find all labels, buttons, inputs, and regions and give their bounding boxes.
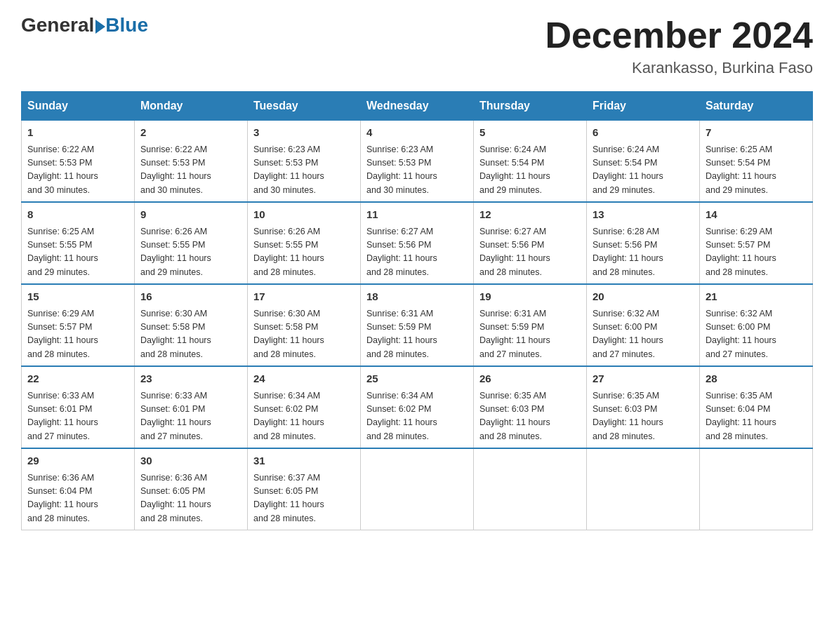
day-number: 6: [593, 125, 694, 141]
table-row: 11 Sunrise: 6:27 AM Sunset: 5:56 PM Dayl…: [361, 202, 474, 284]
day-number: 14: [706, 207, 807, 223]
table-row: 3 Sunrise: 6:23 AM Sunset: 5:53 PM Dayli…: [248, 120, 361, 202]
table-row: [587, 448, 700, 530]
day-info: Sunrise: 6:29 AM Sunset: 5:57 PM Dayligh…: [27, 307, 128, 362]
table-row: 7 Sunrise: 6:25 AM Sunset: 5:54 PM Dayli…: [700, 120, 813, 202]
day-number: 9: [140, 207, 241, 223]
table-row: 14 Sunrise: 6:29 AM Sunset: 5:57 PM Dayl…: [700, 202, 813, 284]
table-row: 26 Sunrise: 6:35 AM Sunset: 6:03 PM Dayl…: [474, 366, 587, 448]
day-info: Sunrise: 6:25 AM Sunset: 5:55 PM Dayligh…: [27, 225, 128, 280]
day-number: 10: [253, 207, 355, 223]
day-info: Sunrise: 6:24 AM Sunset: 5:54 PM Dayligh…: [593, 143, 694, 198]
calendar-table: Sunday Monday Tuesday Wednesday Thursday…: [21, 91, 813, 530]
day-number: 30: [140, 453, 241, 469]
day-info: Sunrise: 6:35 AM Sunset: 6:03 PM Dayligh…: [593, 389, 694, 444]
day-info: Sunrise: 6:35 AM Sunset: 6:04 PM Dayligh…: [706, 389, 807, 444]
table-row: 2 Sunrise: 6:22 AM Sunset: 5:53 PM Dayli…: [135, 120, 248, 202]
table-row: 21 Sunrise: 6:32 AM Sunset: 6:00 PM Dayl…: [700, 284, 813, 366]
day-number: 11: [366, 207, 468, 223]
table-row: 18 Sunrise: 6:31 AM Sunset: 5:59 PM Dayl…: [361, 284, 474, 366]
table-row: 9 Sunrise: 6:26 AM Sunset: 5:55 PM Dayli…: [135, 202, 248, 284]
day-info: Sunrise: 6:31 AM Sunset: 5:59 PM Dayligh…: [366, 307, 468, 362]
table-row: 5 Sunrise: 6:24 AM Sunset: 5:54 PM Dayli…: [474, 120, 587, 202]
table-row: 31 Sunrise: 6:37 AM Sunset: 6:05 PM Dayl…: [248, 448, 361, 530]
day-number: 15: [27, 289, 128, 305]
table-row: [700, 448, 813, 530]
header-friday: Friday: [587, 92, 700, 120]
title-section: December 2024 Karankasso, Burkina Faso: [545, 14, 813, 77]
table-row: 25 Sunrise: 6:34 AM Sunset: 6:02 PM Dayl…: [361, 366, 474, 448]
day-number: 20: [593, 289, 694, 305]
header-wednesday: Wednesday: [361, 92, 474, 120]
day-number: 8: [27, 207, 128, 223]
table-row: 12 Sunrise: 6:27 AM Sunset: 5:56 PM Dayl…: [474, 202, 587, 284]
table-row: 23 Sunrise: 6:33 AM Sunset: 6:01 PM Dayl…: [135, 366, 248, 448]
logo-blue-part: Blue: [94, 14, 148, 36]
day-number: 27: [593, 371, 694, 387]
day-number: 31: [253, 453, 355, 469]
table-row: 24 Sunrise: 6:34 AM Sunset: 6:02 PM Dayl…: [248, 366, 361, 448]
table-row: 4 Sunrise: 6:23 AM Sunset: 5:53 PM Dayli…: [361, 120, 474, 202]
day-number: 12: [479, 207, 581, 223]
day-info: Sunrise: 6:36 AM Sunset: 6:05 PM Dayligh…: [140, 471, 241, 526]
day-number: 7: [706, 125, 807, 141]
logo-general-text: General: [21, 14, 94, 36]
table-row: 30 Sunrise: 6:36 AM Sunset: 6:05 PM Dayl…: [135, 448, 248, 530]
table-row: 15 Sunrise: 6:29 AM Sunset: 5:57 PM Dayl…: [22, 284, 135, 366]
day-info: Sunrise: 6:33 AM Sunset: 6:01 PM Dayligh…: [27, 389, 128, 444]
day-info: Sunrise: 6:34 AM Sunset: 6:02 PM Dayligh…: [253, 389, 355, 444]
table-row: 22 Sunrise: 6:33 AM Sunset: 6:01 PM Dayl…: [22, 366, 135, 448]
table-row: [361, 448, 474, 530]
day-number: 29: [27, 453, 128, 469]
table-row: 6 Sunrise: 6:24 AM Sunset: 5:54 PM Dayli…: [587, 120, 700, 202]
table-row: 10 Sunrise: 6:26 AM Sunset: 5:55 PM Dayl…: [248, 202, 361, 284]
day-number: 24: [253, 371, 355, 387]
header-sunday: Sunday: [22, 92, 135, 120]
day-info: Sunrise: 6:31 AM Sunset: 5:59 PM Dayligh…: [479, 307, 581, 362]
logo-blue-text: Blue: [105, 14, 148, 36]
table-row: 17 Sunrise: 6:30 AM Sunset: 5:58 PM Dayl…: [248, 284, 361, 366]
table-row: 13 Sunrise: 6:28 AM Sunset: 5:56 PM Dayl…: [587, 202, 700, 284]
day-info: Sunrise: 6:23 AM Sunset: 5:53 PM Dayligh…: [366, 143, 468, 198]
day-number: 18: [366, 289, 468, 305]
header-monday: Monday: [135, 92, 248, 120]
day-number: 21: [706, 289, 807, 305]
day-info: Sunrise: 6:22 AM Sunset: 5:53 PM Dayligh…: [27, 143, 128, 198]
day-info: Sunrise: 6:35 AM Sunset: 6:03 PM Dayligh…: [479, 389, 581, 444]
day-number: 26: [479, 371, 581, 387]
day-number: 17: [253, 289, 355, 305]
day-number: 2: [140, 125, 241, 141]
calendar-week-1: 1 Sunrise: 6:22 AM Sunset: 5:53 PM Dayli…: [22, 120, 813, 202]
day-number: 4: [366, 125, 468, 141]
day-info: Sunrise: 6:23 AM Sunset: 5:53 PM Dayligh…: [253, 143, 355, 198]
logo: General Blue: [21, 14, 148, 36]
table-row: 19 Sunrise: 6:31 AM Sunset: 5:59 PM Dayl…: [474, 284, 587, 366]
day-number: 19: [479, 289, 581, 305]
day-info: Sunrise: 6:34 AM Sunset: 6:02 PM Dayligh…: [366, 389, 468, 444]
day-number: 23: [140, 371, 241, 387]
calendar-week-4: 22 Sunrise: 6:33 AM Sunset: 6:01 PM Dayl…: [22, 366, 813, 448]
day-info: Sunrise: 6:33 AM Sunset: 6:01 PM Dayligh…: [140, 389, 241, 444]
day-info: Sunrise: 6:24 AM Sunset: 5:54 PM Dayligh…: [479, 143, 581, 198]
day-info: Sunrise: 6:28 AM Sunset: 5:56 PM Dayligh…: [593, 225, 694, 280]
day-info: Sunrise: 6:30 AM Sunset: 5:58 PM Dayligh…: [140, 307, 241, 362]
table-row: 29 Sunrise: 6:36 AM Sunset: 6:04 PM Dayl…: [22, 448, 135, 530]
calendar-week-5: 29 Sunrise: 6:36 AM Sunset: 6:04 PM Dayl…: [22, 448, 813, 530]
day-info: Sunrise: 6:32 AM Sunset: 6:00 PM Dayligh…: [593, 307, 694, 362]
day-number: 3: [253, 125, 355, 141]
day-info: Sunrise: 6:27 AM Sunset: 5:56 PM Dayligh…: [479, 225, 581, 280]
day-info: Sunrise: 6:37 AM Sunset: 6:05 PM Dayligh…: [253, 471, 355, 526]
day-info: Sunrise: 6:26 AM Sunset: 5:55 PM Dayligh…: [140, 225, 241, 280]
day-number: 25: [366, 371, 468, 387]
weekday-header-row: Sunday Monday Tuesday Wednesday Thursday…: [22, 92, 813, 120]
day-info: Sunrise: 6:29 AM Sunset: 5:57 PM Dayligh…: [706, 225, 807, 280]
day-number: 16: [140, 289, 241, 305]
day-info: Sunrise: 6:25 AM Sunset: 5:54 PM Dayligh…: [706, 143, 807, 198]
day-number: 1: [27, 125, 128, 141]
calendar-week-2: 8 Sunrise: 6:25 AM Sunset: 5:55 PM Dayli…: [22, 202, 813, 284]
table-row: 1 Sunrise: 6:22 AM Sunset: 5:53 PM Dayli…: [22, 120, 135, 202]
day-info: Sunrise: 6:27 AM Sunset: 5:56 PM Dayligh…: [366, 225, 468, 280]
location-text: Karankasso, Burkina Faso: [545, 59, 813, 77]
logo-triangle-icon: [95, 20, 105, 34]
day-number: 5: [479, 125, 581, 141]
